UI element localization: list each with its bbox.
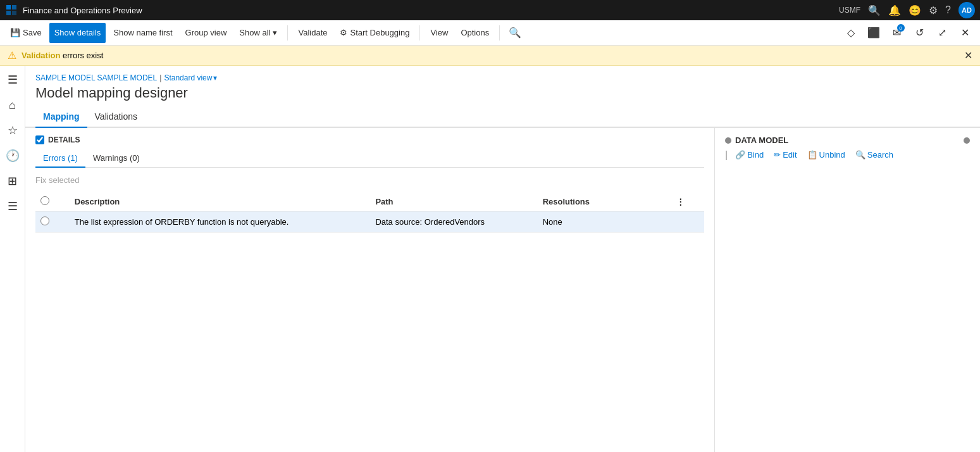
sidebar-clock-icon[interactable]: 🕐 bbox=[1, 144, 24, 167]
col-header-path: Path bbox=[370, 192, 537, 211]
options-button[interactable]: Options bbox=[456, 23, 494, 43]
bell-icon[interactable]: 🔔 bbox=[888, 4, 901, 16]
panel-icon-btn[interactable]: ⬛ bbox=[864, 23, 884, 43]
left-panel: DETAILS Errors (1) Warnings (0) Fix sele… bbox=[25, 128, 714, 452]
row-description: The list expression of ORDERBY function … bbox=[70, 211, 371, 233]
content-area: DETAILS Errors (1) Warnings (0) Fix sele… bbox=[25, 128, 980, 452]
svg-rect-1 bbox=[12, 5, 16, 9]
breadcrumb-view[interactable]: Standard view ▾ bbox=[164, 73, 217, 82]
warning-close-button[interactable]: ✕ bbox=[964, 49, 972, 61]
app-layout: ☰ ⌂ ☆ 🕐 ⊞ ☰ SAMPLE MODEL SAMPLE MODEL | … bbox=[0, 66, 980, 452]
settings-icon[interactable]: ⚙ bbox=[929, 4, 938, 16]
view-button[interactable]: View bbox=[425, 23, 453, 43]
sub-tab-warnings[interactable]: Warnings (0) bbox=[85, 149, 147, 168]
show-name-first-button[interactable]: Show name first bbox=[108, 23, 177, 43]
col-header-description: Description bbox=[70, 192, 371, 211]
details-header: DETAILS bbox=[35, 135, 704, 144]
title-bar-right: USMF 🔍 🔔 😊 ⚙ ? AD bbox=[839, 2, 975, 18]
sub-tabs: Errors (1) Warnings (0) bbox=[35, 149, 704, 168]
app-icon bbox=[5, 4, 18, 16]
save-icon: 💾 bbox=[10, 28, 20, 37]
pipe-separator: | bbox=[725, 149, 728, 161]
help-icon[interactable]: ? bbox=[945, 4, 951, 16]
badge-icon-btn[interactable]: ✉ 0 bbox=[886, 23, 907, 43]
search-icon: 🔍 bbox=[855, 150, 865, 160]
smiley-icon[interactable]: 😊 bbox=[909, 4, 921, 16]
bind-button[interactable]: 🔗 Bind bbox=[733, 149, 766, 161]
sidebar-home-icon[interactable]: ⌂ bbox=[1, 94, 24, 116]
toolbar-separator-1 bbox=[287, 25, 288, 41]
row-radio-cell bbox=[35, 211, 70, 233]
edit-button[interactable]: ✏ Edit bbox=[771, 149, 799, 161]
main-tabs: Mapping Validations bbox=[25, 106, 980, 128]
title-bar: Finance and Operations Preview USMF 🔍 🔔 … bbox=[0, 0, 980, 20]
sidebar-grid-icon[interactable]: ⊞ bbox=[1, 170, 24, 192]
warning-text: Validation errors exist bbox=[22, 51, 103, 60]
data-model-title: DATA MODEL bbox=[735, 135, 788, 145]
details-label: DETAILS bbox=[48, 135, 80, 144]
data-model-dot-left bbox=[725, 137, 731, 144]
col-header-resolutions: Resolutions bbox=[538, 192, 671, 211]
expand-icon-btn[interactable]: ⤢ bbox=[932, 23, 952, 43]
save-button[interactable]: 💾 Save bbox=[5, 23, 47, 43]
warning-icon: ⚠ bbox=[8, 49, 16, 61]
header-radio[interactable] bbox=[40, 196, 49, 205]
col-header-radio bbox=[35, 192, 70, 211]
app-title: Finance and Operations Preview bbox=[23, 6, 142, 15]
bind-icon: 🔗 bbox=[735, 150, 745, 160]
toolbar: 💾 Save Show details Show name first Grou… bbox=[0, 20, 980, 46]
details-table: Description Path Resolutions ⋮ The list … bbox=[35, 192, 704, 233]
svg-rect-0 bbox=[6, 5, 11, 9]
toolbar-separator-2 bbox=[419, 25, 420, 41]
row-resolutions: None bbox=[538, 211, 671, 233]
svg-rect-2 bbox=[6, 11, 11, 15]
search-icon[interactable]: 🔍 bbox=[868, 4, 881, 16]
row-path: Data source: OrderedVendors bbox=[370, 211, 537, 233]
tab-validations[interactable]: Validations bbox=[87, 106, 145, 128]
sidebar-star-icon[interactable]: ☆ bbox=[1, 119, 24, 142]
validate-button[interactable]: Validate bbox=[293, 23, 332, 43]
search-button[interactable]: 🔍 Search bbox=[853, 149, 896, 161]
diamond-icon-btn[interactable]: ◇ bbox=[841, 23, 861, 43]
breadcrumb-separator: | bbox=[159, 73, 161, 82]
data-model-actions: | 🔗 Bind ✏ Edit 📋 Unbind 🔍 bbox=[725, 149, 970, 161]
fix-selected-button[interactable]: Fix selected bbox=[35, 173, 79, 187]
group-view-button[interactable]: Group view bbox=[180, 23, 232, 43]
close-icon-btn[interactable]: ✕ bbox=[955, 23, 975, 43]
title-bar-left: Finance and Operations Preview bbox=[5, 4, 142, 16]
sidebar-menu-icon[interactable]: ☰ bbox=[1, 68, 24, 91]
right-panel: DATA MODEL | 🔗 Bind ✏ Edit 📋 bbox=[714, 128, 980, 452]
page-header: SAMPLE MODEL SAMPLE MODEL | Standard vie… bbox=[25, 66, 980, 106]
table-header-row: Description Path Resolutions ⋮ bbox=[35, 192, 704, 211]
details-checkbox[interactable] bbox=[35, 135, 44, 144]
table-row[interactable]: The list expression of ORDERBY function … bbox=[35, 211, 704, 233]
show-details-button[interactable]: Show details bbox=[49, 23, 106, 43]
row-radio[interactable] bbox=[40, 217, 49, 225]
chevron-down-icon: ▾ bbox=[213, 73, 217, 82]
tab-mapping[interactable]: Mapping bbox=[35, 106, 87, 128]
data-model-header-row: DATA MODEL bbox=[725, 135, 970, 145]
unbind-icon: 📋 bbox=[807, 150, 817, 160]
refresh-icon-btn[interactable]: ↺ bbox=[909, 23, 929, 43]
edit-icon: ✏ bbox=[774, 150, 781, 160]
sidebar: ☰ ⌂ ☆ 🕐 ⊞ ☰ bbox=[0, 66, 25, 452]
data-model-dot-right bbox=[964, 137, 970, 144]
unbind-button[interactable]: 📋 Unbind bbox=[805, 149, 848, 161]
start-debugging-button[interactable]: ⚙ Start Debugging bbox=[335, 23, 414, 43]
row-menu-cell bbox=[671, 211, 704, 233]
sidebar-list-icon[interactable]: ☰ bbox=[1, 195, 24, 218]
toolbar-right-actions: ◇ ⬛ ✉ 0 ↺ ⤢ ✕ bbox=[841, 23, 975, 43]
sub-tab-errors[interactable]: Errors (1) bbox=[35, 149, 85, 168]
page-title: Model mapping designer bbox=[35, 85, 970, 101]
col-header-menu: ⋮ bbox=[671, 192, 704, 211]
chevron-down-icon: ▾ bbox=[273, 28, 277, 37]
debug-icon: ⚙ bbox=[340, 28, 347, 37]
main-content: SAMPLE MODEL SAMPLE MODEL | Standard vie… bbox=[25, 66, 980, 452]
show-all-button[interactable]: Show all ▾ bbox=[234, 23, 282, 43]
avatar[interactable]: AD bbox=[958, 2, 975, 18]
toolbar-separator-3 bbox=[499, 25, 500, 41]
breadcrumb-part1: SAMPLE MODEL SAMPLE MODEL bbox=[35, 73, 157, 82]
toolbar-search-button[interactable]: 🔍 bbox=[505, 23, 525, 43]
warning-banner: ⚠ Validation errors exist ✕ bbox=[0, 46, 980, 66]
breadcrumb: SAMPLE MODEL SAMPLE MODEL | Standard vie… bbox=[35, 73, 970, 82]
